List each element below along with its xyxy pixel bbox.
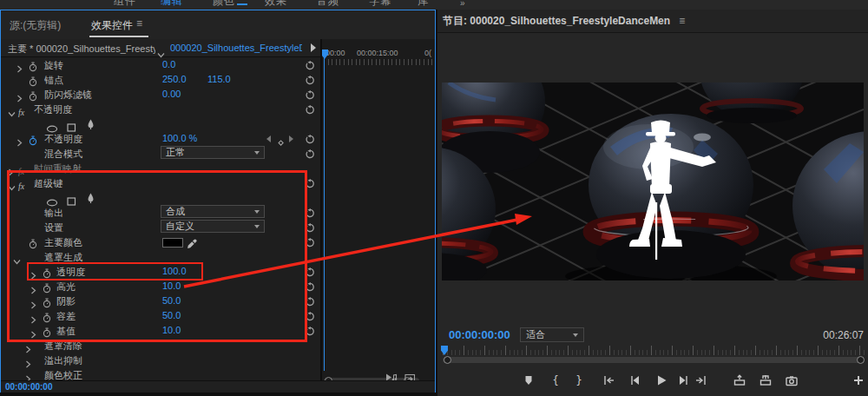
scrollbar-cap[interactable] <box>857 356 865 364</box>
workspace-item-2[interactable]: 颜色 <box>213 0 235 9</box>
row-pedestal: 基值10.0 <box>1 323 320 338</box>
program-timecode[interactable]: 00:00:00:00 <box>449 328 510 341</box>
lift-button[interactable] <box>732 373 747 387</box>
workspace-item-0[interactable]: 组件 <box>114 0 136 9</box>
active-workspace-dash <box>237 3 247 5</box>
workspace-bar: 组件编辑颜色效果音频字幕库» <box>0 0 868 10</box>
row-label: 主要颜色 <box>44 236 82 249</box>
reset-parameter-icon[interactable] <box>305 325 315 335</box>
zoom-level-value: 适合 <box>526 328 545 341</box>
reset-parameter-icon[interactable] <box>305 133 315 143</box>
mark-in-button[interactable]: { <box>548 373 563 387</box>
row-value-2[interactable]: 115.0 <box>207 74 231 84</box>
reset-parameter-icon[interactable] <box>305 89 315 99</box>
workspace-item-1[interactable]: 编辑 <box>161 0 183 9</box>
scrollbar-cap[interactable] <box>444 356 451 364</box>
step-back-button[interactable] <box>628 373 643 387</box>
reset-parameter-icon[interactable] <box>305 177 315 188</box>
program-duration: 00:26:07 <box>823 329 864 341</box>
reset-parameter-icon[interactable] <box>305 310 315 320</box>
workspace-overflow-icon[interactable]: » <box>460 0 465 8</box>
row-tolerance: 容差50.0 <box>1 308 320 323</box>
go-to-in-button[interactable] <box>602 373 617 387</box>
tab-effect-controls[interactable]: 效果控件 <box>91 18 133 33</box>
reset-parameter-icon[interactable] <box>305 74 315 84</box>
button-editor-button[interactable] <box>851 373 866 387</box>
play-button[interactable] <box>654 373 669 387</box>
chevron-down-icon <box>254 210 260 214</box>
ecp-ruler[interactable] <box>324 59 435 65</box>
step-forward-button[interactable] <box>675 373 691 387</box>
program-video-frame[interactable] <box>442 82 864 280</box>
row-value[interactable]: 50.0 <box>162 310 181 320</box>
row-value[interactable]: 10.0 <box>162 280 181 291</box>
row-label: 遮罩清除 <box>44 340 82 353</box>
add-marker-button[interactable] <box>521 373 536 387</box>
play-audio-icon[interactable] <box>385 370 398 380</box>
reset-parameter-icon[interactable] <box>305 221 315 232</box>
reset-parameter-icon[interactable] <box>305 236 315 247</box>
row-key-color: 主要颜色 <box>1 234 320 249</box>
reset-parameter-icon[interactable] <box>305 207 315 217</box>
effect-controls-panel: 源:(无剪辑) 效果控件 ≡ 主要 * 000020_Silhouettes_F… <box>0 10 436 393</box>
program-monitor-panel: 节目: 000020_Silhouettes_FreestyleDanceMen… <box>437 10 868 396</box>
ecp-timecode[interactable]: 00:00:00:00 <box>5 382 52 392</box>
ruler-tick-label: 00:00:15:00 <box>357 49 398 57</box>
prev-keyframe-icon[interactable] <box>266 135 271 142</box>
setting-dropdown[interactable]: 自定义 <box>161 220 265 233</box>
svg-text:}: } <box>575 374 582 386</box>
row-value[interactable]: 100.0 % <box>162 133 197 143</box>
program-playhead-marker[interactable] <box>440 345 450 356</box>
program-header: 节目: 000020_Silhouettes_FreestyleDanceMen… <box>437 10 868 33</box>
row-value[interactable]: 10.0 <box>162 325 181 335</box>
mark-out-button[interactable]: } <box>571 373 587 387</box>
row-value[interactable]: 50.0 <box>162 295 181 306</box>
row-anchor-point: 锚点250.0115.0 <box>1 72 320 87</box>
panel-menu-icon[interactable]: ≡ <box>679 15 685 27</box>
reset-parameter-icon[interactable] <box>305 280 315 291</box>
go-to-out-button[interactable] <box>693 373 708 387</box>
zoom-level-select[interactable]: 适合 <box>520 327 584 342</box>
sphere-back <box>700 82 804 123</box>
row-value[interactable]: 0.0 <box>162 59 175 69</box>
export-frame-button[interactable] <box>784 373 799 387</box>
next-keyframe-icon[interactable] <box>289 135 293 142</box>
row-label: 颜色校正 <box>44 369 82 380</box>
row-label: 遮罩生成 <box>44 251 82 264</box>
row-label: 基值 <box>56 325 76 338</box>
workspace-item-6[interactable]: 库 <box>418 0 429 9</box>
row-value[interactable]: 100.0 <box>162 266 187 276</box>
row-time-remapping: fx时间重映射 <box>1 161 320 175</box>
reset-parameter-icon[interactable] <box>305 103 315 114</box>
row-setting: 设置自定义 <box>1 220 320 234</box>
reset-parameter-icon[interactable] <box>305 266 315 276</box>
workspace-item-4[interactable]: 音频 <box>317 0 339 9</box>
program-ruler[interactable] <box>443 346 866 355</box>
toggle-output-icon[interactable] <box>404 370 416 380</box>
ecp-playhead-marker[interactable] <box>322 49 330 60</box>
workspace-item-3[interactable]: 效果 <box>265 0 287 9</box>
tab-source-monitor[interactable]: 源:(无剪辑) <box>10 18 61 33</box>
extract-button[interactable] <box>758 373 773 387</box>
row-label: 透明度 <box>56 266 85 279</box>
reset-parameter-icon[interactable] <box>305 148 315 158</box>
timeline-view-toggle-icon[interactable] <box>311 43 316 52</box>
chevron-right-icon[interactable] <box>25 371 31 380</box>
workspace-item-5[interactable]: 字幕 <box>369 0 391 9</box>
svg-text:{: { <box>552 374 559 386</box>
row-value[interactable]: 0.00 <box>162 89 181 99</box>
color-swatch[interactable] <box>162 238 183 248</box>
row-value[interactable]: 250.0 <box>162 74 187 84</box>
row-spill-suppression: 溢出抑制 <box>1 353 320 367</box>
clip-name-dropdown[interactable]: 000020_Silhouettes_FreestyleDa... <box>170 43 302 53</box>
row-rotation: 旋转0.0 <box>1 57 320 72</box>
row-output: 输出合成 <box>1 205 320 220</box>
panel-menu-icon[interactable]: ≡ <box>136 17 142 30</box>
reset-parameter-icon[interactable] <box>305 295 315 306</box>
program-scrollbar[interactable] <box>443 357 865 363</box>
ecp-playhead-line[interactable] <box>324 58 325 371</box>
reset-parameter-icon[interactable] <box>305 59 315 69</box>
output-dropdown[interactable]: 合成 <box>161 205 265 218</box>
blend-mode-dropdown[interactable]: 正常 <box>161 146 265 159</box>
row-label: 旋转 <box>44 59 63 72</box>
